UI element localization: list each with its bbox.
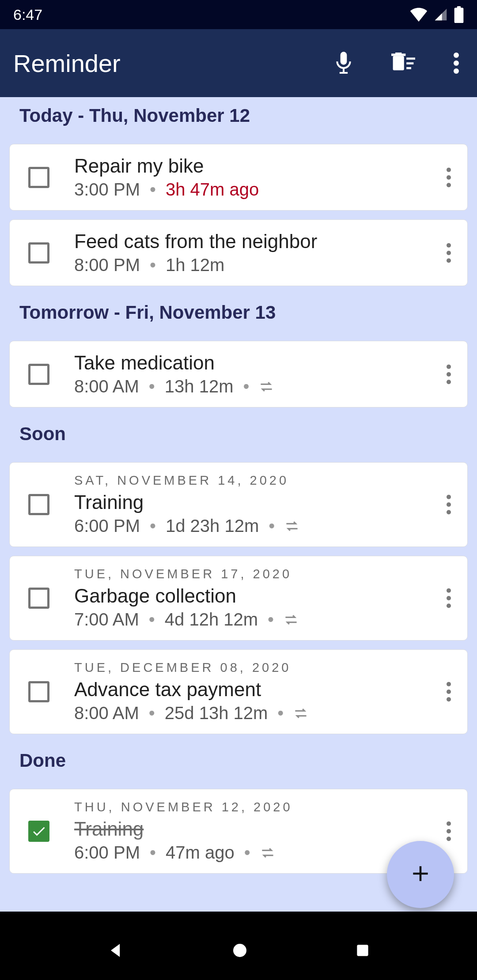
checkbox[interactable]: [28, 242, 49, 264]
card-relative-time: 4d 12h 12m: [165, 610, 258, 629]
section-header-done: Done: [0, 742, 477, 779]
card-title: Training: [74, 818, 435, 840]
reminder-card[interactable]: Take medication 8:00 AM • 13h 12m •: [9, 341, 468, 407]
nav-back-icon[interactable]: [106, 941, 125, 960]
svg-rect-8: [406, 57, 415, 60]
checkbox[interactable]: [28, 588, 49, 609]
card-body: THU, NOVEMBER 12, 2020 Training 6:00 PM …: [74, 800, 435, 863]
separator-dot: •: [150, 255, 156, 275]
separator-dot: •: [243, 377, 249, 396]
card-body: TUE, NOVEMBER 17, 2020 Garbage collectio…: [74, 567, 435, 629]
card-time: 8:00 AM: [74, 377, 139, 396]
svg-point-19: [447, 258, 451, 263]
app-bar: Reminder: [0, 29, 477, 97]
svg-point-16: [447, 183, 451, 187]
card-time: 3:00 PM: [74, 180, 140, 200]
bottom-strip: [0, 912, 477, 920]
svg-point-21: [447, 372, 451, 377]
card-body: Repair my bike 3:00 PM • 3h 47m ago: [74, 155, 435, 200]
svg-rect-36: [357, 945, 368, 956]
checkbox-checked[interactable]: [28, 821, 49, 842]
svg-point-12: [454, 60, 459, 66]
fab-add[interactable]: [387, 841, 454, 908]
svg-point-29: [447, 682, 451, 686]
nav-recents-icon[interactable]: [354, 942, 371, 959]
checkbox[interactable]: [28, 364, 49, 385]
svg-point-18: [447, 251, 451, 255]
android-nav-bar: [0, 920, 477, 980]
card-more-icon[interactable]: [439, 580, 458, 616]
svg-point-31: [447, 697, 451, 701]
card-title: Advance tax payment: [74, 678, 435, 701]
separator-dot: •: [269, 516, 275, 536]
card-more-icon[interactable]: [439, 487, 458, 522]
card-date: SAT, NOVEMBER 14, 2020: [74, 473, 435, 488]
card-relative-time: 1d 23h 12m: [166, 516, 259, 536]
card-subtitle: 6:00 PM • 47m ago •: [74, 843, 435, 863]
card-more-icon[interactable]: [439, 160, 458, 195]
svg-rect-0: [454, 8, 464, 23]
card-title: Training: [74, 491, 435, 513]
separator-dot: •: [149, 610, 155, 629]
separator-dot: •: [150, 843, 156, 863]
svg-point-17: [447, 243, 451, 247]
card-more-icon[interactable]: [439, 674, 458, 709]
section-header-soon: Soon: [0, 415, 477, 452]
plus-icon: [409, 863, 432, 886]
app-title: Reminder: [13, 49, 334, 78]
battery-icon: [454, 6, 464, 23]
repeat-icon: [284, 520, 299, 532]
svg-point-11: [454, 53, 459, 58]
content-scroll[interactable]: Today - Thu, November 12 Repair my bike …: [0, 97, 477, 920]
repeat-icon: [260, 847, 275, 859]
trash-list-icon[interactable]: [391, 53, 415, 74]
svg-point-14: [447, 167, 451, 172]
repeat-icon: [284, 614, 299, 626]
card-body: SAT, NOVEMBER 14, 2020 Training 6:00 PM …: [74, 473, 435, 536]
svg-point-26: [447, 588, 451, 593]
card-relative-time: 3h 47m ago: [166, 180, 259, 200]
checkbox[interactable]: [28, 494, 49, 515]
app-bar-actions: [334, 51, 464, 75]
reminder-card[interactable]: Feed cats from the neighbor 8:00 PM • 1h…: [9, 219, 468, 286]
checkbox[interactable]: [28, 681, 49, 702]
card-relative-time: 25d 13h 12m: [165, 703, 268, 723]
reminder-card[interactable]: TUE, DECEMBER 08, 2020 Advance tax payme…: [9, 649, 468, 734]
svg-rect-2: [341, 52, 347, 64]
reminder-card[interactable]: Repair my bike 3:00 PM • 3h 47m ago: [9, 144, 468, 211]
svg-point-20: [447, 364, 451, 369]
card-subtitle: 8:00 AM • 13h 12m •: [74, 377, 435, 396]
card-subtitle: 6:00 PM • 1d 23h 12m •: [74, 516, 435, 536]
nav-home-icon[interactable]: [231, 942, 249, 959]
mic-icon[interactable]: [334, 51, 353, 75]
card-more-icon[interactable]: [439, 357, 458, 392]
card-more-icon[interactable]: [439, 235, 458, 271]
separator-dot: •: [149, 377, 155, 396]
svg-point-33: [447, 829, 451, 833]
svg-rect-5: [393, 56, 404, 70]
repeat-icon: [259, 381, 274, 393]
svg-point-24: [447, 502, 451, 507]
status-time: 6:47: [13, 6, 42, 23]
section-header-tomorrow: Tomorrow - Fri, November 13: [0, 294, 477, 331]
reminder-card[interactable]: SAT, NOVEMBER 14, 2020 Training 6:00 PM …: [9, 462, 468, 547]
card-title: Garbage collection: [74, 585, 435, 607]
svg-point-25: [447, 510, 451, 514]
card-subtitle: 3:00 PM • 3h 47m ago: [74, 180, 435, 200]
more-vert-icon[interactable]: [453, 53, 459, 74]
checkbox[interactable]: [28, 167, 49, 188]
status-icons: [410, 6, 464, 23]
card-title: Take medication: [74, 352, 435, 374]
svg-point-15: [447, 175, 451, 180]
card-subtitle: 8:00 PM • 1h 12m: [74, 255, 435, 275]
separator-dot: •: [149, 703, 155, 723]
separator-dot: •: [277, 703, 284, 723]
svg-rect-9: [406, 62, 413, 64]
card-more-icon[interactable]: [439, 814, 458, 849]
card-body: TUE, DECEMBER 08, 2020 Advance tax payme…: [74, 660, 435, 723]
section-header-today: Today - Thu, November 12: [0, 97, 477, 134]
svg-point-13: [454, 68, 459, 74]
svg-rect-7: [395, 53, 401, 54]
separator-dot: •: [150, 180, 156, 200]
reminder-card[interactable]: TUE, NOVEMBER 17, 2020 Garbage collectio…: [9, 556, 468, 641]
